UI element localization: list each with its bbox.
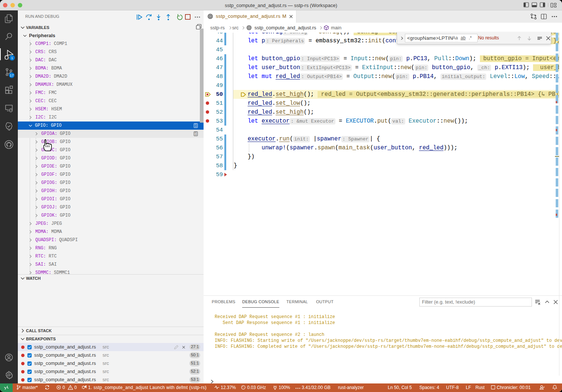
svg-text:01: 01 <box>195 132 197 134</box>
svg-text:01: 01 <box>195 124 197 126</box>
svg-text:10: 10 <box>195 126 197 127</box>
svg-text:10: 10 <box>195 134 197 136</box>
